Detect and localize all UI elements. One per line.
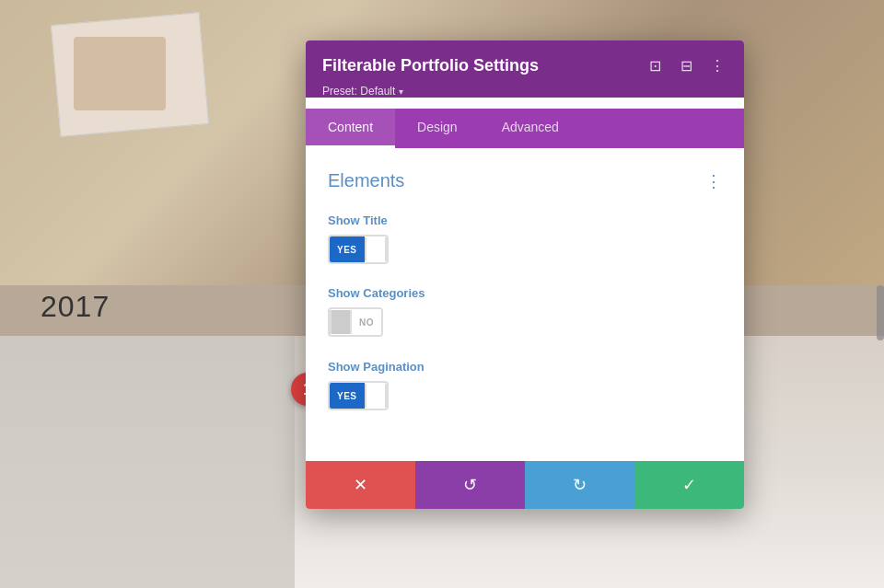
toggle-handle-off[interactable] bbox=[330, 310, 352, 334]
show-pagination-row: Show Pagination YES bbox=[328, 360, 722, 410]
resize-icon[interactable]: ⊡ bbox=[645, 55, 665, 75]
elements-section-header: Elements ⋮ bbox=[328, 170, 722, 191]
preset-row: Preset: Default ▾ bbox=[322, 85, 727, 98]
modal-footer: ✕ ↺ ↻ ✓ bbox=[306, 461, 744, 509]
show-categories-label: Show Categories bbox=[328, 286, 722, 300]
year-label: 2017 bbox=[41, 290, 110, 324]
show-categories-toggle[interactable]: NO bbox=[328, 307, 383, 337]
redo-button[interactable]: ↻ bbox=[525, 461, 634, 509]
cancel-button[interactable]: ✕ bbox=[306, 461, 415, 509]
show-title-toggle[interactable]: YES bbox=[328, 235, 389, 264]
show-pagination-label: Show Pagination bbox=[328, 360, 722, 374]
header-icons: ⊡ ⊟ ⋮ bbox=[645, 55, 727, 75]
toggle-yes-label: YES bbox=[330, 236, 365, 262]
show-title-row: Show Title YES bbox=[328, 213, 722, 264]
modal-body: Elements ⋮ Show Title YES Show Categorie… bbox=[306, 148, 744, 461]
modal-title-row: Filterable Portfolio Settings ⊡ ⊟ ⋮ bbox=[322, 55, 727, 75]
preset-dropdown-arrow[interactable]: ▾ bbox=[399, 86, 403, 97]
modal-tabs: Content Design Advanced bbox=[306, 109, 744, 148]
show-categories-row: Show Categories NO bbox=[328, 286, 722, 338]
settings-modal: Filterable Portfolio Settings ⊡ ⊟ ⋮ Pres… bbox=[306, 40, 744, 509]
elements-title: Elements bbox=[328, 170, 404, 191]
show-pagination-toggle[interactable]: YES bbox=[328, 381, 389, 410]
toggle-yes-label-pagination: YES bbox=[330, 383, 365, 409]
tab-advanced[interactable]: Advanced bbox=[480, 109, 581, 148]
columns-icon[interactable]: ⊟ bbox=[676, 55, 696, 75]
undo-button[interactable]: ↺ bbox=[415, 461, 525, 509]
toggle-handle[interactable] bbox=[365, 237, 387, 261]
show-title-label: Show Title bbox=[328, 213, 722, 227]
modal-header: Filterable Portfolio Settings ⊡ ⊟ ⋮ Pres… bbox=[306, 40, 744, 98]
more-options-icon[interactable]: ⋮ bbox=[707, 55, 727, 75]
scrollbar[interactable] bbox=[877, 285, 884, 340]
elements-menu-icon[interactable]: ⋮ bbox=[705, 171, 722, 191]
toggle-handle-pagination[interactable] bbox=[365, 384, 387, 408]
save-button[interactable]: ✓ bbox=[634, 461, 744, 509]
tab-design[interactable]: Design bbox=[395, 109, 480, 148]
tab-content[interactable]: Content bbox=[306, 109, 395, 148]
modal-title: Filterable Portfolio Settings bbox=[322, 56, 539, 75]
preset-label[interactable]: Preset: Default bbox=[322, 85, 395, 98]
toggle-no-label: NO bbox=[352, 309, 381, 335]
